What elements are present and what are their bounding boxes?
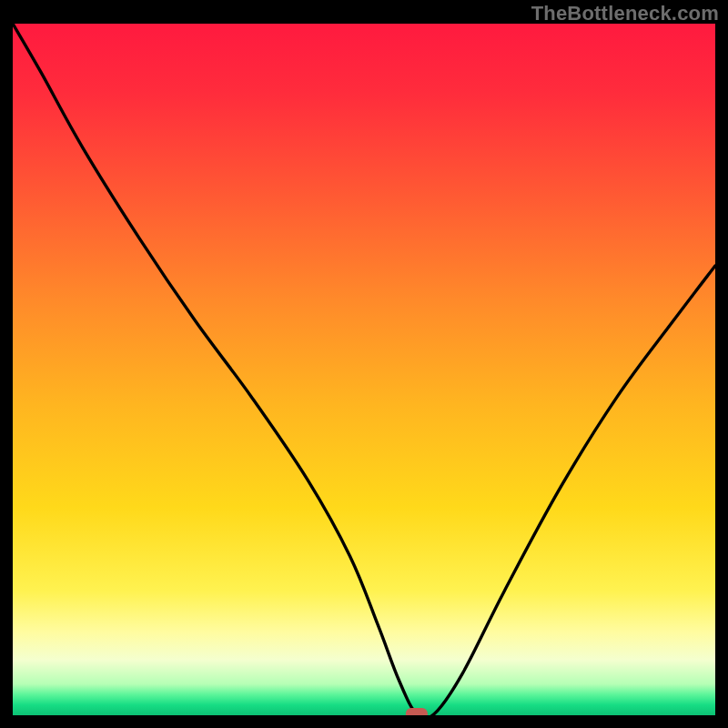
bottleneck-plot	[13, 24, 715, 715]
chart-frame: TheBottleneck.com	[0, 0, 728, 728]
optimum-marker	[406, 708, 428, 715]
gradient-background	[13, 24, 715, 715]
watermark-text: TheBottleneck.com	[531, 2, 719, 25]
